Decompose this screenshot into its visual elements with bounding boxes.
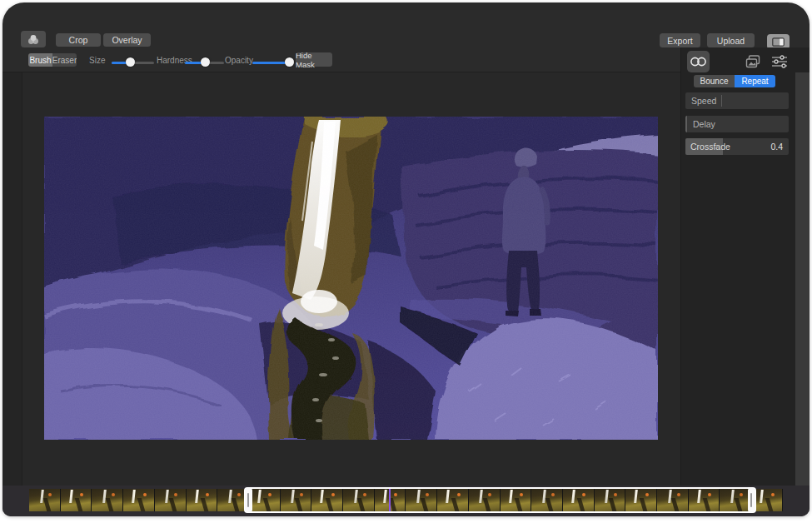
tab-adjustments[interactable] bbox=[768, 51, 790, 72]
upload-button-label: Upload bbox=[717, 36, 745, 46]
selection-end-handle[interactable] bbox=[748, 488, 755, 512]
hardness-slider-knob[interactable] bbox=[201, 57, 210, 67]
crossfade-field-value: 0.4 bbox=[723, 142, 789, 152]
delay-field[interactable]: Delay bbox=[685, 116, 789, 132]
opacity-slider-label: Opacity bbox=[225, 56, 253, 65]
frame-marker-dot bbox=[771, 493, 775, 496]
timeline-frame[interactable] bbox=[61, 489, 92, 511]
speed-field-label: Speed bbox=[685, 96, 716, 106]
loop-selection[interactable] bbox=[244, 487, 756, 513]
frame-marker-dot bbox=[48, 493, 52, 496]
frame-marker-dot bbox=[174, 493, 177, 496]
bounce-option-label: Bounce bbox=[700, 77, 729, 86]
masked-photo bbox=[44, 117, 658, 440]
screenshot-stage: Crop Overlay Export Upload Brush Eraser bbox=[0, 0, 812, 528]
timeline-frame[interactable] bbox=[92, 489, 123, 511]
tab-loop[interactable] bbox=[687, 51, 710, 72]
hide-mask-button[interactable]: Hide Mask bbox=[296, 52, 332, 67]
brush-tool-button[interactable]: Brush bbox=[28, 53, 52, 67]
sidebar-scroll-strip[interactable] bbox=[795, 72, 810, 486]
adjustments-icon bbox=[771, 55, 788, 68]
timeline-frame[interactable] bbox=[123, 489, 155, 511]
tool-segmented-control: Brush Eraser bbox=[28, 53, 77, 67]
timeline-frame[interactable] bbox=[187, 489, 218, 511]
selection-start-handle[interactable] bbox=[245, 488, 252, 512]
timeline-bar bbox=[2, 486, 810, 516]
handle-grip bbox=[247, 493, 249, 507]
repeat-option[interactable]: Repeat bbox=[735, 75, 775, 87]
crossfade-field-label: Crossfade bbox=[685, 138, 723, 155]
export-button-label: Export bbox=[667, 36, 692, 46]
upload-button[interactable]: Upload bbox=[707, 33, 755, 47]
blend-circles-icon bbox=[27, 34, 40, 45]
eraser-tool-label: Eraser bbox=[52, 56, 77, 65]
brush-tool-label: Brush bbox=[29, 56, 51, 65]
opacity-slider-fill bbox=[252, 62, 289, 64]
mask-color-button[interactable] bbox=[21, 31, 46, 47]
crop-button[interactable]: Crop bbox=[56, 33, 101, 47]
app-window: Crop Overlay Export Upload Brush Eraser bbox=[2, 2, 810, 516]
frame-marker-dot bbox=[80, 493, 83, 496]
opacity-slider[interactable] bbox=[252, 57, 294, 67]
repeat-option-label: Repeat bbox=[741, 77, 768, 86]
canvas-left-gutter bbox=[2, 72, 22, 486]
timeline-frame[interactable] bbox=[155, 489, 187, 511]
hide-mask-label: Hide Mask bbox=[296, 51, 332, 69]
export-button[interactable]: Export bbox=[660, 33, 700, 47]
loop-mode-toggle: Bounce Repeat bbox=[694, 75, 775, 87]
overlay-button-label: Overlay bbox=[112, 35, 142, 45]
speed-field-divider bbox=[721, 95, 722, 107]
size-slider-knob[interactable] bbox=[126, 57, 135, 67]
sidebar-toggle-icon bbox=[772, 37, 785, 47]
frames-icon bbox=[745, 54, 761, 69]
loop-icon bbox=[690, 56, 707, 67]
delay-field-label: Delay bbox=[687, 119, 715, 129]
frame-marker-dot bbox=[206, 493, 209, 496]
crop-button-label: Crop bbox=[69, 35, 88, 45]
opacity-slider-knob[interactable] bbox=[285, 57, 294, 67]
frame-marker-dot bbox=[237, 493, 241, 496]
size-slider[interactable] bbox=[112, 57, 154, 67]
overlay-button[interactable]: Overlay bbox=[103, 33, 151, 47]
canvas-image[interactable] bbox=[44, 117, 658, 440]
handle-grip bbox=[750, 493, 752, 507]
tab-frames[interactable] bbox=[741, 51, 764, 72]
canvas-area bbox=[2, 72, 680, 486]
eraser-tool-button[interactable]: Eraser bbox=[52, 53, 77, 67]
hardness-slider[interactable] bbox=[185, 57, 224, 67]
frame-marker-dot bbox=[112, 493, 115, 496]
timeline-frame[interactable] bbox=[29, 489, 61, 511]
speed-field[interactable]: Speed bbox=[685, 92, 789, 109]
frame-marker-dot bbox=[143, 493, 147, 496]
size-slider-label: Size bbox=[89, 56, 105, 65]
bounce-option[interactable]: Bounce bbox=[694, 75, 735, 87]
crossfade-field[interactable]: Crossfade 0.4 bbox=[685, 138, 789, 155]
sidebar-panel: Bounce Repeat Speed Delay Crossfade 0.4 bbox=[681, 47, 810, 486]
